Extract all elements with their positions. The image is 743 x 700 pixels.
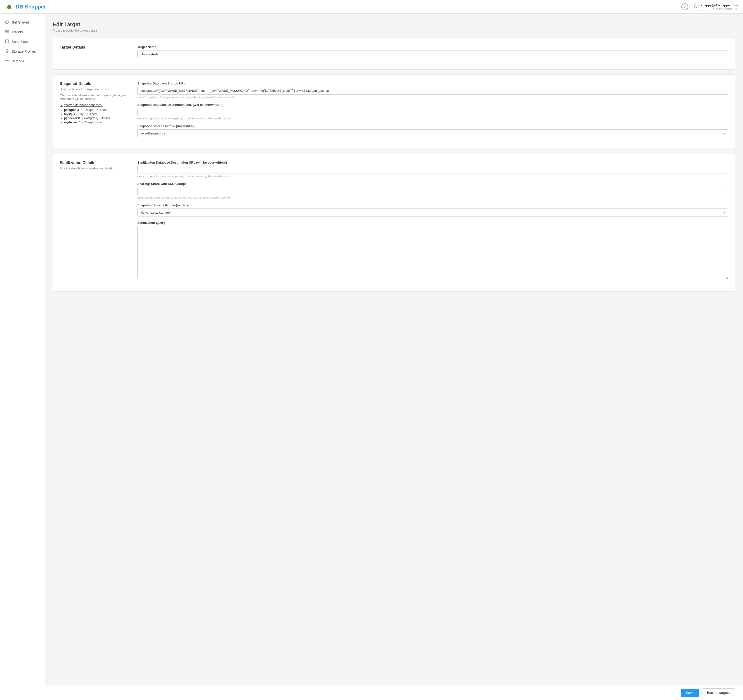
target-details-card: Target Details Target Name bbox=[53, 38, 735, 70]
scheme-item-3: mydocker:// → Mysql Docker bbox=[64, 121, 128, 124]
settings-icon bbox=[5, 59, 9, 64]
svg-rect-11 bbox=[5, 30, 9, 31]
sanitization-details-title: Sanitization Details bbox=[60, 161, 128, 165]
snapshot-details-desc: Specify details for target snapshots bbox=[60, 88, 128, 91]
sanitization-dest-url-group: Sanitization Database Destination URL (w… bbox=[137, 161, 728, 178]
supported-schemes-title: Supported database schemes: bbox=[60, 103, 128, 107]
logo-area: DB Snapper bbox=[5, 2, 46, 11]
svg-point-14 bbox=[6, 49, 8, 51]
storage-profile-unsanitized-label: Snapshot Storage Profile (unsanitized) bbox=[137, 124, 728, 128]
storage-profile-sanitized-group: Snapshot Storage Profile (sanitized) Non… bbox=[137, 203, 728, 217]
storage-profile-sanitized-label: Snapshot Storage Profile (sanitized) bbox=[137, 203, 728, 207]
target-details-left: Target Details bbox=[60, 45, 128, 62]
storage-profile-unsanitized-group: Snapshot Storage Profile (unsanitized) a… bbox=[137, 124, 728, 137]
svg-point-15 bbox=[7, 60, 8, 61]
snapshot-details-left: Snapshot Details Specify details for tar… bbox=[60, 82, 128, 142]
source-url-input[interactable] bbox=[137, 87, 728, 95]
sidebar: Get Started Targets Snapshots Storage Pr… bbox=[0, 13, 45, 700]
help-icon[interactable]: ? bbox=[681, 3, 688, 10]
get-started-icon bbox=[5, 20, 9, 25]
targets-icon bbox=[5, 30, 9, 34]
logo-turtle-icon bbox=[5, 2, 13, 11]
sanitization-details-right: Sanitization Database Destination URL (w… bbox=[137, 161, 728, 285]
sharing-label: Sharing: Share with SSO Groups bbox=[137, 182, 728, 186]
supported-schemes: Supported database schemes: postgres:// … bbox=[60, 103, 128, 124]
logo-text: DB Snapper bbox=[16, 4, 46, 10]
sidebar-item-get-started-label: Get Started bbox=[12, 21, 29, 24]
sanitization-details-left: Sanitization Details Provide details for… bbox=[60, 161, 128, 285]
sidebar-item-snapshots-label: Snapshots bbox=[12, 40, 28, 44]
sharing-hint: Enter comma-separated list of groups to … bbox=[137, 196, 728, 199]
storage-profiles-icon bbox=[5, 49, 9, 54]
sharing-group: Sharing: Share with SSO Groups Enter com… bbox=[137, 182, 728, 199]
topbar-right: ? snappy@dbsnapper.com Snappy Widgets, I… bbox=[681, 3, 738, 10]
user-info: snappy@dbsnapper.com Snappy Widgets, Inc… bbox=[692, 3, 738, 10]
target-details-card-inner: Target Details Target Name bbox=[53, 39, 735, 70]
snapshot-details-card: Snapshot Details Specify details for tar… bbox=[53, 74, 735, 149]
storage-profile-unsanitized-select[interactable]: aws-dbs-prod-rds None - Local storage bbox=[137, 129, 728, 137]
sidebar-item-storage-profiles[interactable]: Storage Profiles bbox=[0, 47, 44, 56]
sidebar-item-storage-profiles-label: Storage Profiles bbox=[12, 49, 36, 53]
dest-url-hint: example: pgdocker://user:secretpass@cont… bbox=[137, 117, 728, 120]
svg-point-6 bbox=[7, 6, 11, 9]
storage-profile-sanitized-wrapper: None - Local storage aws-dbs-prod-rds ▼ bbox=[137, 209, 728, 217]
sanitization-query-group: Sanitization Query bbox=[137, 221, 728, 280]
page-content: Edit Target Please provide the target de… bbox=[45, 13, 743, 700]
dest-url-label: Snapshot Database Destination URL (will … bbox=[137, 103, 728, 107]
main-layout: Get Started Targets Snapshots Storage Pr… bbox=[0, 13, 743, 700]
save-button[interactable]: Save bbox=[681, 688, 699, 697]
source-url-group: Snapshot Database Source URL example: po… bbox=[137, 82, 728, 99]
sanitization-details-desc: Provide details for snapshot sanitizatio… bbox=[60, 166, 128, 170]
svg-point-8 bbox=[694, 5, 696, 7]
sanitization-dest-url-input[interactable] bbox=[137, 166, 728, 174]
source-url-label: Snapshot Database Source URL bbox=[137, 82, 728, 85]
sanitization-query-label: Sanitization Query bbox=[137, 221, 728, 224]
dest-url-input[interactable] bbox=[137, 108, 728, 116]
sharing-input[interactable] bbox=[137, 187, 728, 195]
sidebar-item-settings-label: Settings bbox=[12, 59, 24, 63]
target-details-title: Target Details bbox=[60, 45, 128, 49]
dest-url-group: Snapshot Database Destination URL (will … bbox=[137, 103, 728, 120]
sanitization-details-card: Sanitization Details Provide details for… bbox=[53, 154, 735, 292]
sidebar-item-targets-label: Targets bbox=[12, 30, 23, 34]
user-details: snappy@dbsnapper.com Snappy Widgets, Inc… bbox=[701, 3, 738, 10]
target-name-group: Target Name bbox=[137, 45, 728, 58]
bottom-bar: Save Back to targets bbox=[45, 685, 743, 700]
svg-point-7 bbox=[9, 5, 9, 6]
schemes-list: postgres:// → PostgreSQL Local mysql:// … bbox=[60, 108, 128, 124]
scheme-item-2: pgdocker:// → PostgreSQL Docker bbox=[64, 117, 128, 120]
snapshots-icon bbox=[5, 39, 9, 44]
storage-profile-sanitized-select[interactable]: None - Local storage aws-dbs-prod-rds bbox=[137, 209, 728, 217]
page-title: Edit Target bbox=[53, 21, 735, 28]
topbar: DB Snapper ? snappy@dbsnapper.com Snappy… bbox=[0, 0, 743, 13]
scheme-item-0: postgres:// → PostgreSQL Local bbox=[64, 108, 128, 112]
user-company: Snappy Widgets, Inc. bbox=[701, 7, 738, 10]
svg-rect-12 bbox=[5, 31, 9, 32]
svg-rect-13 bbox=[6, 40, 9, 43]
snapshot-details-card-inner: Snapshot Details Specify details for tar… bbox=[53, 75, 735, 148]
sanitization-details-card-inner: Sanitization Details Provide details for… bbox=[53, 154, 735, 291]
sidebar-item-get-started[interactable]: Get Started bbox=[0, 18, 44, 27]
storage-profile-unsanitized-wrapper: aws-dbs-prod-rds None - Local storage ▼ bbox=[137, 129, 728, 137]
target-details-right: Target Name bbox=[137, 45, 728, 62]
sidebar-item-snapshots[interactable]: Snapshots bbox=[0, 37, 44, 47]
target-name-input[interactable] bbox=[137, 50, 728, 58]
page-subtitle: Please provide the target details bbox=[53, 29, 735, 32]
sidebar-item-targets[interactable]: Targets bbox=[0, 27, 44, 37]
sanitization-dest-url-label: Sanitization Database Destination URL (w… bbox=[137, 161, 728, 164]
svg-marker-10 bbox=[7, 21, 8, 22]
snapshot-details-title: Snapshot Details bbox=[60, 82, 128, 86]
sanitization-dest-url-hint: example: pgdocker://user:secretpass@cont… bbox=[137, 175, 728, 178]
sidebar-item-settings[interactable]: Settings bbox=[0, 56, 44, 66]
sanitization-query-textarea[interactable] bbox=[137, 226, 728, 279]
target-name-label: Target Name bbox=[137, 45, 728, 49]
scheme-item-1: mysql:// → MySQL Local bbox=[64, 113, 128, 116]
snapshot-details-right: Snapshot Database Source URL example: po… bbox=[137, 82, 728, 142]
back-to-targets-button[interactable]: Back to targets bbox=[702, 688, 735, 697]
snapshot-details-desc2: Choose a database scheme to specify how … bbox=[60, 93, 128, 101]
user-avatar-icon bbox=[692, 3, 699, 10]
source-url-hint: example: postgres://snappy:opensesame@lo… bbox=[137, 96, 728, 99]
user-email: snappy@dbsnapper.com bbox=[701, 3, 738, 7]
